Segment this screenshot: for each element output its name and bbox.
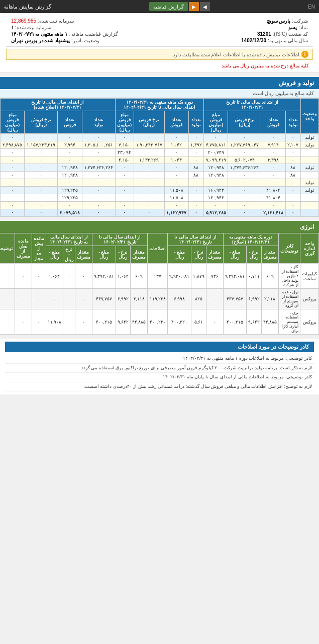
cell: · (75, 289, 92, 309)
cell: ۱,۱۲۲,۹۴۷ (164, 209, 188, 217)
cell: · (25, 156, 58, 164)
header-section: شرکت: پارس سویچ نماد: پسو کد صنعت (ISIC)… (0, 13, 319, 73)
production-subtitle: کلیه مبالغ به میلیون ریال است (0, 89, 319, 98)
cell: · (228, 202, 261, 209)
cell: · (204, 202, 228, 209)
nav-next-button[interactable]: ▶ (189, 2, 199, 11)
row-status (300, 202, 318, 209)
cell: · (285, 179, 300, 187)
table-row: پروکس برق - عده استفاده از سیستم از آن گ… (0, 289, 319, 309)
cell: · (285, 209, 300, 217)
cell: · (204, 134, 228, 141)
top-bar: EN ◀ ▶ گزارش فیاضیه گزارش نمایش ماهانه (0, 0, 319, 13)
cell: · (32, 264, 46, 289)
table-row: · ۳,۳۹۸ ۵,۶۰۲,۰۷۴ ۷,۰۹۹,۴۱۹ · ۱,۰۴۳ ۱,۱۳… (1, 156, 319, 164)
cell: · (1, 156, 25, 164)
cell: · (134, 164, 164, 172)
print-button[interactable]: گزارش فیاضیه (149, 2, 188, 11)
col-rate-e4: نرخ - ریال (63, 246, 75, 264)
cell: · (115, 202, 134, 209)
cell: ۱۶۰,۹۴۳ (204, 187, 228, 194)
cell (0, 289, 15, 309)
col-price3: نرخ فروش(ریال) (25, 111, 58, 134)
status-notice: i اطلاعات نمایش داده شده با اطلاعات اعلا… (6, 49, 313, 60)
cell: ۸۸ (188, 164, 203, 172)
turnover2-label: سرمایه ثبت شده: (15, 25, 51, 30)
table-row: · ۴۱,۸۰۴ · ۱۶۰,۹۴۳ · ۱۱,۵۰۸ · · · ۱۲۹,۲۲… (1, 194, 319, 202)
cell: ۱,۰۶۴ (46, 264, 63, 289)
cell: · (134, 172, 164, 179)
cell: · (1, 187, 25, 194)
status-label: وضعیت ناشر: (71, 38, 100, 43)
cell: · (25, 194, 58, 202)
cell: · (285, 149, 300, 156)
table-row: پروکس برق - استفاده سیستم آبیاری کازا بر… (0, 309, 319, 335)
nav-prev-button[interactable]: ◀ (200, 2, 210, 11)
cell: · (82, 172, 115, 179)
notes-header: کادر توضیحات در مورد اصلاحات (5, 342, 314, 352)
energy-section: انرژی واحد اندازه گیری کادر توضیحات دوره… (0, 221, 319, 335)
cell: · (1, 179, 25, 187)
cell: ۴۴,۸۸۵ (131, 309, 148, 335)
cell: ۹,۹۳۰,۰۸۱ (168, 264, 191, 289)
nav-buttons[interactable]: ◀ ▶ گزارش فیاضیه (149, 2, 210, 11)
cell: · (82, 187, 115, 194)
cell: ۱۳۷ (148, 264, 168, 289)
cell: · (134, 202, 164, 209)
status-notice-text: اطلاعات نمایش داده شده با اطلاعات اعلام … (173, 52, 299, 57)
col-excess: مانده بیش ازحد مجاز (32, 233, 46, 264)
cell: ۶,۹۹۲ (116, 289, 130, 309)
cell: ۲,۱۱۸ (261, 289, 278, 309)
cell: ۴,۱۵۰ (115, 156, 134, 164)
cell (0, 309, 15, 335)
cell: · (285, 134, 300, 141)
cell: ۸۸ (285, 172, 300, 179)
energy-table-container: واحد اندازه گیری کادر توضیحات دوره یک ما… (0, 233, 319, 335)
table-row: تولید · · · · · · · · · · · · (1, 179, 319, 187)
table-row: تولید ۸۸ · ۱,۳۷۴,۶۳۶,۲۶۴ ۱۲۰,۹۴۸ ۸۸ · · … (1, 164, 319, 172)
cell: ۹,۳۹۲,۰۸۱ (223, 264, 247, 289)
company-value: پارس سویچ (267, 18, 291, 24)
cell: ۷,۱۵۰ (115, 141, 134, 149)
col-price: نرخ فروش(ریال) (228, 111, 261, 134)
cell: · (261, 202, 285, 209)
cell: ۵,۹۱۲,۲۸۵ (204, 209, 228, 217)
cell: · (58, 156, 82, 164)
cell: · (15, 289, 32, 309)
col-rate-e3: نرخ - ریال (116, 246, 130, 264)
cell: · (228, 187, 261, 194)
cell: · (1, 209, 25, 217)
cell: ۴۰۰,۲۲۰ (168, 309, 191, 335)
cell: · (25, 187, 58, 194)
cell: · (25, 172, 58, 179)
col-amount-e2: مبلغ - ریال (168, 246, 191, 264)
cell: ۱,۳۷۴,۶۳۶,۲۶۴ (228, 164, 261, 172)
turnover-value: 12,869,985 (11, 18, 36, 24)
cell: ۱۲۰,۹۴۸ (204, 164, 228, 172)
cell: · (285, 187, 300, 194)
cell: ۱,۰۴۳ (164, 156, 188, 164)
col-adjustments: اصلاحات (148, 233, 168, 264)
cell: ۱,۰۴۲ (164, 141, 188, 149)
row-status: تولید (300, 179, 318, 187)
col-prev-energy: از ابتدای سال مالی به تاریخ ۱۴۰۲/۰۲/۳۱ (46, 233, 92, 246)
cell: · (1, 194, 25, 202)
table-row: ۸۸ · · ۱۲۰,۹۴۸ ۸۸ · · · · ۱۲۰,۹۴۸ · · (1, 172, 319, 179)
report-label: گزارش فیاضیت ماهانه : (68, 31, 118, 37)
energy-label: گاز - استفاده از ۲ نیازور تولید داخل از … (279, 264, 300, 289)
cell: ۴۴,۸۸۵ (261, 309, 278, 335)
cell: · (115, 179, 134, 187)
table-row: · · · ۲۰۰,۷۴۹ · · · ۳۳,۰۹۴ · · · · (1, 149, 319, 156)
energy-unit: کیلووات ساعت (300, 264, 319, 289)
cell: ۱۲۰,۹۴۸ (58, 164, 82, 172)
cell: ۴۰۰,۲۱۵ (92, 309, 116, 335)
cell: ۴۰۰,۲۱۵ (223, 309, 247, 335)
col-qty-sales: تعدادفروش (261, 111, 285, 134)
cell: ۱۲۹,۲۲۵ (58, 194, 82, 202)
col-qty-e4: مقدار مصرف (75, 246, 92, 264)
cell: ۱,۸۷۹ (191, 264, 206, 289)
cell (0, 264, 15, 289)
cell: ۶,۹۹۸ (168, 289, 191, 309)
col-excess2: مانده بیشاز مصرف (15, 233, 32, 264)
row-status (300, 172, 318, 179)
